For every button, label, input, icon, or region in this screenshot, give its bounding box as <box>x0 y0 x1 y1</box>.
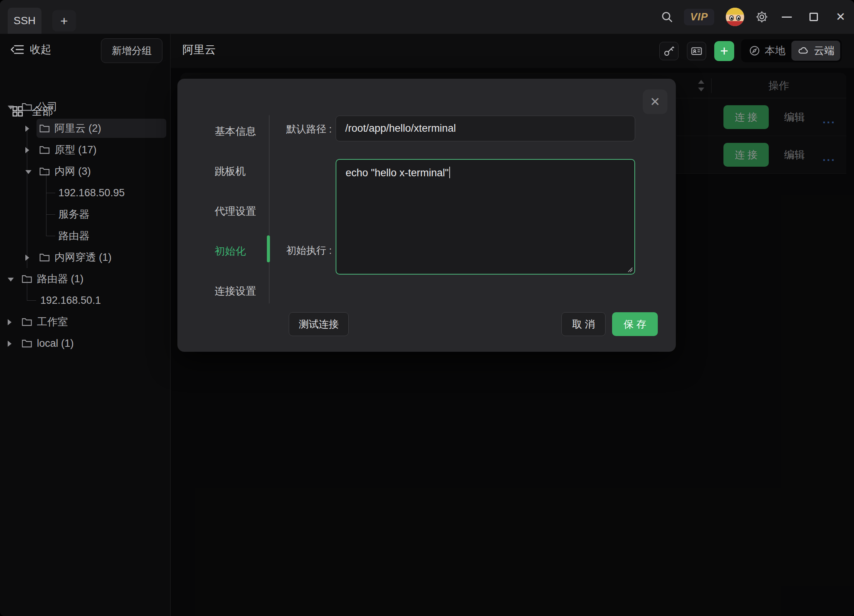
caret-right-icon[interactable] <box>25 126 30 131</box>
app-window: SSH + VIP <box>0 0 854 616</box>
save-button[interactable]: 保 存 <box>612 312 658 336</box>
tab-proxy-settings[interactable]: 代理设置 <box>215 204 265 219</box>
maximize-icon <box>809 13 818 21</box>
tree-item-192-168-50-95[interactable]: 192.168.50.95 <box>0 182 170 204</box>
tree-item-company[interactable]: 公司 <box>0 96 170 118</box>
plus-icon: + <box>720 43 728 59</box>
settings-button[interactable] <box>750 5 773 28</box>
connection-settings-modal: ✕ 基本信息 跳板机 代理设置 初始化 连接设置 默认路径 : 初始执行 : e… <box>177 79 676 352</box>
cloud-icon <box>797 45 809 56</box>
toggle-local[interactable]: 本地 <box>743 41 791 61</box>
caret-right-icon[interactable] <box>8 319 12 325</box>
caret-down-icon[interactable] <box>8 104 12 109</box>
tree-item-studio[interactable]: 工作室 <box>0 311 170 333</box>
credentials-button[interactable] <box>687 42 706 60</box>
minimize-icon <box>782 17 792 18</box>
titlebar: SSH + VIP <box>0 0 854 34</box>
folder-icon <box>22 102 32 111</box>
tree-item-prototype[interactable]: 原型 (17) <box>0 139 170 161</box>
tree-item-intranet[interactable]: 内网 (3) <box>0 161 170 182</box>
avatar-shirt <box>726 21 744 26</box>
close-icon: ✕ <box>650 94 660 109</box>
plus-icon: + <box>60 13 68 28</box>
close-button[interactable]: ✕ <box>827 0 854 34</box>
resize-handle-icon[interactable] <box>627 266 633 272</box>
caret-right-icon[interactable] <box>25 147 30 152</box>
folder-icon <box>22 339 32 348</box>
server-tree: 公司 阿里云 (2) 原型 (17) 内网 (3) 192.168.50.95 <box>0 34 170 616</box>
folder-icon <box>39 167 50 176</box>
gear-icon <box>755 10 769 24</box>
modal-close-button[interactable]: ✕ <box>643 89 667 114</box>
avatar[interactable] <box>726 8 744 26</box>
tab-ssh[interactable]: SSH <box>8 8 41 34</box>
search-icon <box>660 10 674 23</box>
tree-item-nat-traversal[interactable]: 内网穿透 (1) <box>0 247 170 268</box>
cancel-button[interactable]: 取 消 <box>561 312 606 336</box>
caret-down-icon[interactable] <box>25 169 30 174</box>
folder-icon <box>22 274 32 283</box>
idcard-icon <box>691 45 702 57</box>
tab-basic-info[interactable]: 基本信息 <box>215 124 265 139</box>
folder-icon <box>22 317 32 326</box>
test-connection-button[interactable]: 测试连接 <box>289 312 349 336</box>
compass-icon <box>749 45 760 56</box>
tab-jump-host[interactable]: 跳板机 <box>215 164 265 179</box>
folder-icon <box>39 145 50 154</box>
storage-toggle: 本地 云端 <box>741 39 842 62</box>
tab-connection-settings[interactable]: 连接设置 <box>215 283 265 299</box>
default-path-label: 默认路径 : <box>270 123 332 136</box>
text-cursor <box>449 167 450 178</box>
default-path-input[interactable] <box>336 116 635 141</box>
caret-right-icon[interactable] <box>25 255 30 260</box>
key-icon <box>663 45 675 57</box>
tree-item-local[interactable]: local (1) <box>0 333 170 354</box>
init-exec-label: 初始执行 : <box>270 244 332 257</box>
new-tab-button[interactable]: + <box>52 10 76 31</box>
init-exec-textarea[interactable]: echo "hello x-terminal" <box>336 159 635 275</box>
vip-badge[interactable]: VIP <box>684 9 714 25</box>
tree-item-router-leaf[interactable]: 路由器 <box>0 225 170 247</box>
caret-down-icon[interactable] <box>8 276 12 282</box>
close-icon: ✕ <box>836 11 845 23</box>
tree-item-192-168-50-1[interactable]: 192.168.50.1 <box>0 290 170 311</box>
minimize-button[interactable] <box>773 0 800 34</box>
maximize-button[interactable] <box>800 0 827 34</box>
folder-icon <box>39 253 50 262</box>
add-connection-button[interactable]: + <box>714 41 734 61</box>
toggle-cloud[interactable]: 云端 <box>791 41 840 61</box>
tree-item-aliyun[interactable]: 阿里云 (2) <box>0 118 170 139</box>
tree-item-router-group[interactable]: 路由器 (1) <box>0 268 170 290</box>
key-button[interactable] <box>659 42 679 60</box>
search-button[interactable] <box>655 5 679 28</box>
tab-initialization[interactable]: 初始化 <box>215 243 265 259</box>
page-title: 阿里云 <box>182 42 216 58</box>
sidebar: 收起 新增分组 全部 公司 <box>0 34 170 616</box>
caret-right-icon[interactable] <box>8 341 12 346</box>
tree-item-server[interactable]: 服务器 <box>0 204 170 225</box>
avatar-hair <box>726 8 744 15</box>
tab-ssh-label: SSH <box>13 15 36 27</box>
folder-icon <box>39 124 50 133</box>
